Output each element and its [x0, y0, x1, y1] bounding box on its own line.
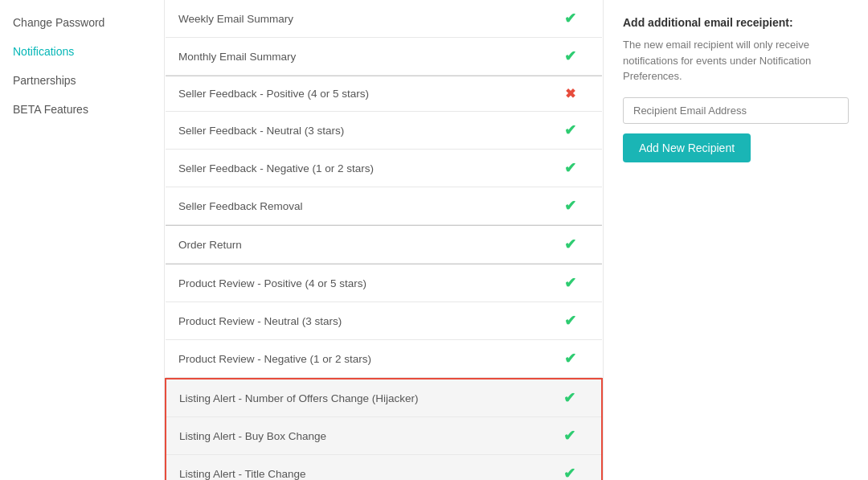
check-icon: ✔: [563, 466, 575, 480]
notification-status: ✔: [538, 265, 602, 302]
notification-status: ✔: [538, 38, 602, 76]
add-new-recipient-button[interactable]: Add New Recipient: [623, 133, 751, 162]
notifications-table: Weekly Email Summary✔Monthly Email Summa…: [165, 0, 603, 480]
right-panel: Add additional email receipient: The new…: [603, 0, 868, 480]
notification-label: Order Return: [166, 226, 538, 264]
table-row: Seller Feedback Removal✔: [166, 187, 602, 225]
sidebar: Change PasswordNotificationsPartnerships…: [0, 0, 165, 480]
table-row: Weekly Email Summary✔: [166, 0, 602, 38]
table-row: Seller Feedback - Positive (4 or 5 stars…: [166, 76, 602, 112]
notification-label: Product Review - Negative (1 or 2 stars): [166, 340, 538, 378]
notification-label: Listing Alert - Buy Box Change: [166, 417, 538, 455]
notification-status: ✔: [538, 302, 602, 340]
sidebar-item-notifications[interactable]: Notifications: [0, 37, 164, 66]
table-row: Seller Feedback - Neutral (3 stars)✔: [166, 112, 602, 150]
check-icon: ✔: [564, 160, 576, 176]
check-icon: ✔: [564, 313, 576, 329]
right-panel-title: Add additional email receipient:: [623, 16, 849, 29]
check-icon: ✔: [564, 198, 576, 214]
table-row: Seller Feedback - Negative (1 or 2 stars…: [166, 150, 602, 187]
check-icon: ✔: [564, 48, 576, 64]
notification-label: Weekly Email Summary: [166, 0, 538, 38]
check-icon: ✔: [564, 236, 576, 252]
notification-status: ✔: [538, 417, 602, 455]
check-icon: ✔: [564, 351, 576, 367]
table-row: Product Review - Neutral (3 stars)✔: [166, 302, 602, 340]
check-icon: ✔: [564, 10, 576, 27]
check-icon: ✔: [563, 390, 575, 406]
notification-status: ✔: [538, 112, 602, 150]
notification-label: Seller Feedback - Neutral (3 stars): [166, 112, 538, 150]
notification-status: ✔: [538, 226, 602, 264]
notification-status: ✔: [538, 187, 602, 225]
notification-status: ✔: [538, 455, 602, 481]
notification-status: ✔: [538, 379, 602, 417]
notification-label: Seller Feedback - Negative (1 or 2 stars…: [166, 150, 538, 187]
notification-label: Seller Feedback - Positive (4 or 5 stars…: [166, 76, 538, 112]
notification-label: Seller Feedback Removal: [166, 187, 538, 225]
check-icon: ✔: [564, 275, 576, 291]
notification-status: ✔: [538, 150, 602, 187]
table-row: Monthly Email Summary✔: [166, 38, 602, 76]
table-row: Listing Alert - Buy Box Change✔: [166, 417, 602, 455]
sidebar-item-partnerships[interactable]: Partnerships: [0, 66, 164, 95]
notification-label: Listing Alert - Title Change: [166, 455, 538, 481]
notification-label: Product Review - Neutral (3 stars): [166, 302, 538, 340]
table-row: Product Review - Positive (4 or 5 stars)…: [166, 265, 602, 302]
check-icon: ✔: [564, 122, 576, 138]
notification-label: Product Review - Positive (4 or 5 stars): [166, 265, 538, 302]
table-row: Listing Alert - Title Change✔: [166, 455, 602, 481]
table-row: Order Return✔: [166, 226, 602, 264]
notification-label: Monthly Email Summary: [166, 38, 538, 76]
check-icon: ✔: [563, 428, 575, 444]
cross-icon: ✖: [565, 87, 575, 101]
sidebar-item-beta-features[interactable]: BETA Features: [0, 95, 164, 124]
sidebar-item-change-password[interactable]: Change Password: [0, 8, 164, 37]
notification-status: ✔: [538, 340, 602, 378]
table-row: Product Review - Negative (1 or 2 stars)…: [166, 340, 602, 378]
right-panel-description: The new email recipient will only receiv…: [623, 37, 849, 84]
main-content: Weekly Email Summary✔Monthly Email Summa…: [165, 0, 603, 480]
notification-label: Listing Alert - Number of Offers Change …: [166, 379, 538, 417]
notification-status: ✖: [538, 76, 602, 112]
table-row: Listing Alert - Number of Offers Change …: [166, 379, 602, 417]
notification-status: ✔: [538, 0, 602, 38]
recipient-email-input[interactable]: [623, 97, 849, 124]
